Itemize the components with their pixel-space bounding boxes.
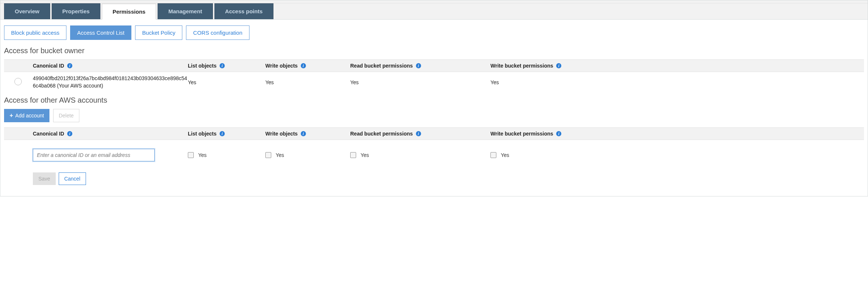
- header-read-bucket-permissions: Read bucket permissions: [350, 63, 413, 69]
- check-label: Yes: [276, 152, 284, 158]
- add-account-button[interactable]: + Add account: [4, 109, 49, 122]
- info-icon[interactable]: i: [67, 131, 72, 136]
- new-account-row: Yes Yes Yes Yes: [4, 140, 864, 165]
- row-select-radio[interactable]: [14, 78, 22, 85]
- subtab-access-control-list[interactable]: Access Control List: [70, 25, 131, 40]
- tab-overview[interactable]: Overview: [4, 3, 50, 19]
- tab-permissions[interactable]: Permissions: [102, 4, 156, 20]
- read-perm-checkbox[interactable]: [350, 152, 356, 158]
- check-label: Yes: [361, 152, 369, 158]
- other-table-header: Canonical IDi List objectsi Write object…: [4, 127, 864, 140]
- info-icon[interactable]: i: [301, 131, 306, 136]
- info-icon[interactable]: i: [220, 63, 225, 68]
- header-list-objects: List objects: [188, 131, 217, 137]
- header-write-objects: Write objects: [265, 131, 298, 137]
- info-icon[interactable]: i: [556, 63, 561, 68]
- info-icon[interactable]: i: [67, 63, 72, 68]
- subtab-block-public-access[interactable]: Block public access: [4, 25, 66, 40]
- owner-read-perm-value: Yes: [350, 79, 490, 85]
- info-icon[interactable]: i: [301, 63, 306, 68]
- header-list-objects: List objects: [188, 63, 217, 69]
- info-icon[interactable]: i: [416, 63, 421, 68]
- add-account-label: Add account: [15, 113, 44, 119]
- owner-table-header: Canonical IDi List objectsi Write object…: [4, 59, 864, 72]
- check-label: Yes: [198, 152, 207, 158]
- owner-write-perm-value: Yes: [490, 79, 861, 85]
- tab-properties[interactable]: Properties: [52, 3, 100, 19]
- header-write-objects: Write objects: [265, 63, 298, 69]
- owner-canonical-id: 499040fbd2012f013f26a7bc4bd984f0181243b0…: [33, 75, 188, 89]
- check-label: Yes: [501, 152, 509, 158]
- owner-section-title: Access for bucket owner: [4, 47, 864, 55]
- write-perm-checkbox[interactable]: [490, 152, 496, 158]
- canonical-id-input[interactable]: [33, 149, 155, 161]
- main-tabbar: Overview Properties Permissions Manageme…: [0, 3, 868, 20]
- owner-table-row[interactable]: 499040fbd2012f013f26a7bc4bd984f0181243b0…: [4, 72, 864, 92]
- write-objects-checkbox[interactable]: [265, 152, 271, 158]
- tab-management[interactable]: Management: [158, 3, 213, 19]
- cancel-button[interactable]: Cancel: [59, 172, 86, 185]
- subtab-bucket-policy[interactable]: Bucket Policy: [135, 25, 182, 40]
- header-write-bucket-permissions: Write bucket permissions: [490, 131, 553, 137]
- header-read-bucket-permissions: Read bucket permissions: [350, 131, 413, 137]
- header-write-bucket-permissions: Write bucket permissions: [490, 63, 553, 69]
- info-icon[interactable]: i: [416, 131, 421, 136]
- owner-list-objects-value: Yes: [188, 79, 265, 85]
- list-objects-checkbox[interactable]: [188, 152, 194, 158]
- save-button: Save: [33, 172, 56, 185]
- subtab-cors-configuration[interactable]: CORS configuration: [186, 25, 249, 40]
- permissions-subtabs: Block public access Access Control List …: [4, 25, 864, 40]
- info-icon[interactable]: i: [556, 131, 561, 136]
- plus-icon: +: [10, 112, 13, 119]
- other-section-title: Access for other AWS accounts: [4, 96, 864, 104]
- owner-write-objects-value: Yes: [265, 79, 350, 85]
- info-icon[interactable]: i: [220, 131, 225, 136]
- delete-button: Delete: [53, 109, 79, 122]
- tab-access-points[interactable]: Access points: [214, 3, 273, 19]
- header-canonical-id: Canonical ID: [33, 131, 64, 137]
- header-canonical-id: Canonical ID: [33, 63, 64, 69]
